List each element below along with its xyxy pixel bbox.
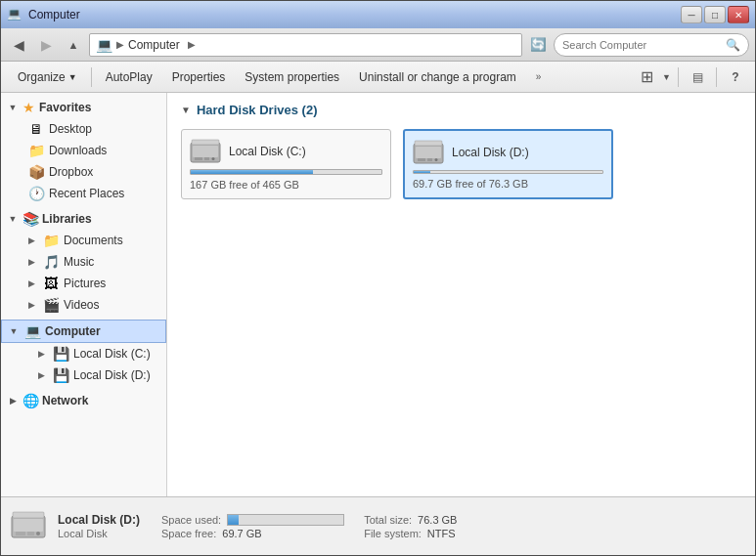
layout-button[interactable]: ▤ [686,65,709,89]
minimize-button[interactable]: ─ [681,6,702,23]
up-button[interactable]: ▲ [62,33,85,57]
toolbar-sep-2 [678,67,679,87]
space-used-label: Space used: [161,514,221,526]
disk-c-progress-fill [191,170,313,174]
title-bar-text: Computer [28,8,80,21]
videos-icon: 🎬 [43,297,59,313]
videos-label: Videos [64,298,99,312]
documents-icon: 📁 [43,233,59,248]
disk-d-progress-bar [413,170,603,174]
sidebar-item-downloads[interactable]: 📁 Downloads [1,140,166,161]
computer-icon: 💻 [96,37,112,53]
status-details: Space used: Space free: 69.7 GB Total si… [161,514,457,539]
view-options-button[interactable]: ⊞ [635,65,658,89]
status-disk-title: Local Disk (D:) [58,513,140,527]
network-expand-icon: ▶ [7,395,19,406]
search-box[interactable]: 🔍 [554,33,749,57]
sidebar-header-network[interactable]: ▶ 🌐 Network [1,390,166,411]
autoplay-button[interactable]: AutoPlay [97,65,161,89]
properties-button[interactable]: Properties [163,65,235,89]
help-button[interactable]: ? [724,65,747,89]
svg-rect-17 [13,512,44,518]
svg-point-10 [435,158,438,161]
sidebar-item-local-c[interactable]: ▶ 💾 Local Disk (C:) [1,343,166,364]
space-free-value: 69.7 GB [222,528,261,539]
search-input[interactable] [562,39,722,51]
sidebar-header-libraries[interactable]: ▼ 📚 Libraries [1,208,166,230]
libraries-icon: 📚 [22,211,38,227]
filesystem-label: File system: [364,528,422,539]
sidebar-item-dropbox[interactable]: 📦 Dropbox [1,161,166,183]
music-expand: ▶ [28,257,38,267]
sidebar-item-music[interactable]: ▶ 🎵 Music [1,251,166,273]
svg-rect-9 [427,158,432,161]
local-d-icon: 💾 [53,367,68,383]
refresh-button[interactable]: 🔄 [526,33,550,57]
status-col-right: Total size: 76.3 GB File system: NTFS [364,514,457,539]
disk-d-label: Local Disk (D:) [452,146,529,159]
breadcrumb-bar[interactable]: 💻 ▶ Computer ▶ [89,33,522,57]
status-filesystem-row: File system: NTFS [364,528,457,539]
svg-point-4 [212,157,215,160]
filesystem-value: NTFS [427,528,456,539]
forward-button[interactable]: ▶ [34,33,58,57]
sidebar-section-favorites: ▼ ★ Favorites 🖥 Desktop 📁 Downloads 📦 Dr… [1,97,166,204]
title-bar: 💻 Computer ─ □ ✕ [1,1,755,28]
status-space-used-row: Space used: [161,514,344,526]
computer-expand-icon: ▼ [8,325,20,337]
disk-item-d[interactable]: Local Disk (D:) 69.7 GB free of 76.3 GB [403,129,613,199]
disk-c-header: Local Disk (C:) [190,138,382,165]
status-disk-icon [11,509,46,544]
system-properties-button[interactable]: System properties [236,65,348,89]
disk-item-c[interactable]: Local Disk (C:) 167 GB free of 465 GB [181,129,391,199]
sidebar-item-desktop[interactable]: 🖥 Desktop [1,118,166,140]
section-collapse-arrow[interactable]: ▼ [181,105,191,115]
view-arrow: ▼ [662,72,671,82]
organize-button[interactable]: Organize ▼ [9,65,86,89]
sidebar-item-documents[interactable]: ▶ 📁 Documents [1,230,166,251]
disk-c-info: 167 GB free of 465 GB [190,179,382,191]
favorites-expand-icon: ▼ [7,102,19,113]
network-label: Network [42,394,88,407]
status-total-row: Total size: 76.3 GB [364,514,457,526]
desktop-label: Desktop [49,122,92,136]
breadcrumb-separator: ▶ [116,39,124,50]
status-col-left: Space used: Space free: 69.7 GB [161,514,344,539]
sidebar-section-network: ▶ 🌐 Network [1,390,166,411]
uninstall-button[interactable]: Uninstall or change a program [350,65,525,89]
recent-places-label: Recent Places [49,187,124,200]
documents-expand: ▶ [28,235,38,245]
back-button[interactable]: ◀ [7,33,30,57]
pictures-expand: ▶ [28,278,38,288]
maximize-button[interactable]: □ [704,6,726,23]
address-bar: ◀ ▶ ▲ 💻 ▶ Computer ▶ 🔄 🔍 [1,28,755,62]
main-pane: ▼ Hard Disk Drives (2) [167,93,755,496]
toolbar-sep-3 [716,67,717,87]
total-size-label: Total size: [364,514,412,526]
total-size-value: 76.3 GB [418,514,457,526]
status-info: Local Disk (D:) Local Disk [58,513,140,539]
toolbar: Organize ▼ AutoPlay Properties System pr… [1,62,755,93]
downloads-icon: 📁 [28,143,44,158]
close-button[interactable]: ✕ [728,6,749,23]
local-d-expand: ▶ [38,370,48,380]
libraries-expand-icon: ▼ [7,213,19,225]
sidebar-item-local-d[interactable]: ▶ 💾 Local Disk (D:) [1,364,166,386]
title-bar-buttons: ─ □ ✕ [681,6,749,23]
svg-point-16 [36,532,40,535]
disk-grid: Local Disk (C:) 167 GB free of 465 GB [181,129,741,199]
more-button[interactable]: » [527,65,551,89]
svg-rect-1 [193,146,218,157]
svg-rect-13 [14,519,43,532]
videos-expand: ▶ [28,300,38,310]
search-icon[interactable]: 🔍 [726,38,740,52]
organize-arrow: ▼ [68,72,77,82]
sidebar-header-computer[interactable]: ▼ 💻 Computer [1,320,166,343]
sidebar-header-favorites[interactable]: ▼ ★ Favorites [1,97,166,118]
organize-label: Organize [18,70,66,84]
sidebar-item-videos[interactable]: ▶ 🎬 Videos [1,294,166,316]
disk-d-progress-fill [414,171,430,173]
sidebar-item-recent-places[interactable]: 🕐 Recent Places [1,183,166,204]
sidebar: ▼ ★ Favorites 🖥 Desktop 📁 Downloads 📦 Dr… [1,93,167,496]
sidebar-item-pictures[interactable]: ▶ 🖼 Pictures [1,273,166,294]
